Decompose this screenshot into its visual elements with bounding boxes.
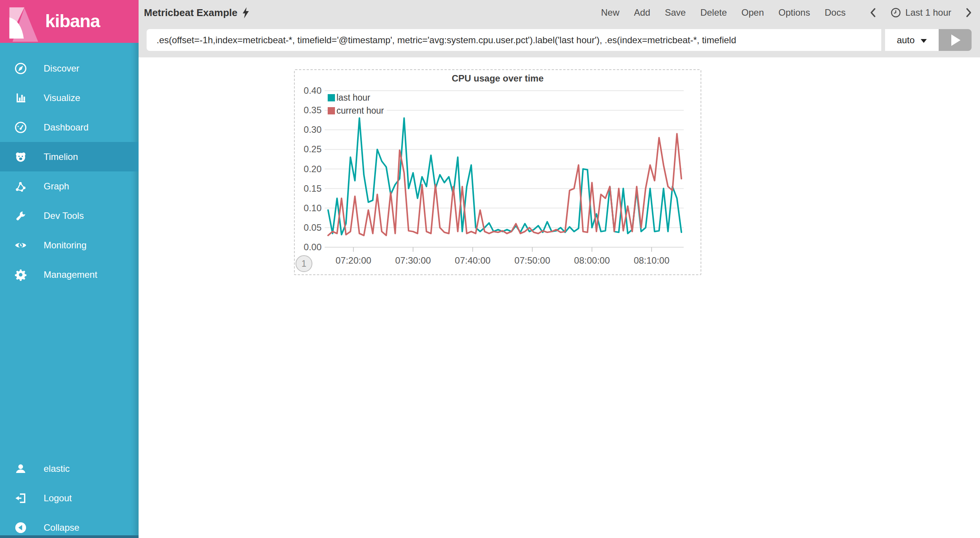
svg-text:0.20: 0.20 [304,164,322,174]
sidebar-item-visualize[interactable]: Visualize [0,83,139,112]
legend-swatch-teal [328,94,335,101]
sidebar-nav: Discover Visualize Dashboard Timelion Gr… [0,54,139,289]
time-picker[interactable]: Last 1 hour [890,7,951,18]
user-icon [14,462,28,476]
legend-item-current-hour[interactable]: current hour [328,104,387,117]
sidebar-item-label: Collapse [44,522,79,533]
sidebar-item-label: Graph [44,181,69,192]
svg-text:08:10:00: 08:10:00 [634,255,669,266]
menu-add[interactable]: Add [634,7,650,18]
sidebar-item-label: elastic [44,463,70,474]
time-forward-button[interactable] [966,8,972,18]
svg-text:0.25: 0.25 [304,144,322,154]
sidebar-footer: elastic Logout Collapse [0,454,139,538]
svg-text:0.00: 0.00 [304,242,322,252]
kibana-wordmark: kibana [45,10,100,31]
sheet-title: Metricbeat Example [144,7,250,19]
svg-text:0.40: 0.40 [304,85,322,96]
sidebar-bottom-strip [0,535,139,538]
sidebar-item-monitoring[interactable]: Monitoring [0,230,139,260]
sidebar-item-logout[interactable]: Logout [0,483,139,513]
kibana-logo[interactable]: kibana [0,0,139,43]
sidebar-item-label: Logout [44,493,72,504]
sidebar-item-label: Visualize [44,93,80,103]
menu-open[interactable]: Open [742,7,764,18]
chart-legend: last hour current hour [328,91,387,117]
interval-select[interactable]: auto [885,29,939,51]
legend-swatch-red [328,107,335,114]
compass-icon [14,62,28,75]
page-title: Metricbeat Example [144,7,237,19]
sidebar-item-label: Timelion [44,152,78,162]
main-content: Metricbeat Example New Add Save Delete O… [139,0,980,538]
svg-text:0.15: 0.15 [304,183,322,194]
sidebar-item-collapse[interactable]: Collapse [0,513,139,538]
svg-text:07:20:00: 07:20:00 [335,255,371,266]
eye-icon [14,238,28,252]
svg-text:0.30: 0.30 [304,124,322,135]
svg-text:08:00:00: 08:00:00 [574,255,610,266]
interval-value: auto [897,35,915,46]
menu-docs[interactable]: Docs [825,7,846,18]
clock-icon [890,7,901,18]
lightning-bolt-icon [242,7,250,19]
sidebar-item-user-elastic[interactable]: elastic [0,454,139,483]
svg-text:07:40:00: 07:40:00 [455,255,490,266]
run-query-button[interactable] [939,29,972,51]
sidebar-item-management[interactable]: Management [0,260,139,289]
gear-icon [14,268,28,282]
menu-save[interactable]: Save [665,7,686,18]
timelion-chart-panel[interactable]: CPU usage over time 0.000.050.100.150.20… [294,69,701,275]
time-range-label: Last 1 hour [905,7,951,18]
timelion-query-bar: auto [147,29,972,51]
svg-text:0.35: 0.35 [304,105,322,115]
sidebar-item-label: Dev Tools [44,210,84,221]
svg-text:07:30:00: 07:30:00 [395,255,431,266]
legend-item-last-hour[interactable]: last hour [328,91,373,104]
sidebar-item-graph[interactable]: Graph [0,171,139,201]
svg-text:07:50:00: 07:50:00 [514,255,550,266]
menu-new[interactable]: New [601,7,619,18]
play-icon [951,34,960,46]
caret-down-icon [921,39,927,43]
chevron-right-icon [966,8,972,18]
chevron-left-icon [870,8,876,18]
sidebar-item-label: Dashboard [44,122,88,133]
sidebar-item-label: Management [44,269,97,280]
topbar-row: Metricbeat Example New Add Save Delete O… [139,0,980,25]
svg-text:0.10: 0.10 [304,203,322,213]
gauge-icon [14,121,28,134]
sheet-page-badge[interactable]: 1 [296,255,312,272]
sidebar-item-label: Discover [44,63,79,74]
collapse-circle-icon [14,521,28,535]
menu-options[interactable]: Options [779,7,810,18]
sidebar-item-dashboard[interactable]: Dashboard [0,112,139,142]
logout-icon [14,491,28,505]
menu-delete[interactable]: Delete [700,7,727,18]
network-icon [14,179,28,193]
timelion-bear-icon [14,150,28,164]
kibana-logo-icon [5,1,40,42]
bar-chart-icon [14,91,28,105]
svg-text:0.05: 0.05 [304,222,322,233]
sidebar-item-label: Monitoring [44,240,87,251]
time-back-button[interactable] [870,8,876,18]
wrench-icon [14,209,28,223]
timelion-expression-input[interactable] [147,29,881,51]
sidebar-item-discover[interactable]: Discover [0,54,139,83]
topbar: Metricbeat Example New Add Save Delete O… [139,0,980,57]
sidebar-item-dev-tools[interactable]: Dev Tools [0,201,139,230]
topbar-menu: New Add Save Delete Open Options Docs La… [601,7,972,18]
sidebar-item-timelion[interactable]: Timelion [0,142,139,171]
sidebar: kibana Discover Visualize Dashboard Time… [0,0,139,538]
